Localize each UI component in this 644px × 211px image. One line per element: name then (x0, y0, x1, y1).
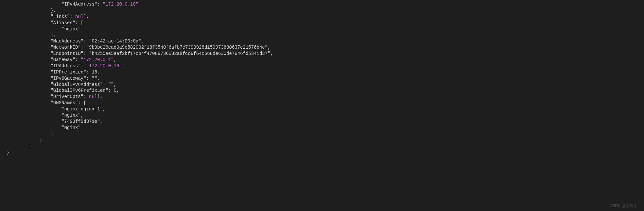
code-line: "Links": null, (7, 14, 89, 19)
code-line: "nginx", (7, 113, 83, 118)
code-line: "GlobalIPv6Address": "", (7, 82, 116, 87)
code-line: "MacAddress": "02:42:ac:14:00:0a", (7, 39, 144, 44)
code-line: "DriverOpts": null, (7, 94, 103, 99)
code-line: ], (7, 32, 56, 38)
code-line: "NetworkID": "9b9bc26ead0a9c582002f18f35… (7, 45, 270, 50)
code-line: } (7, 150, 9, 155)
code-line: "nginx" (7, 26, 81, 32)
code-line: "IPPrefixLen": 16, (7, 70, 100, 75)
code-line: "IPv4Address": "172.20.0.10" (7, 2, 138, 7)
code-line: "nginx_nginx_1", (7, 106, 105, 112)
code-line: }, (7, 8, 56, 13)
code-line: "DNSNames": [ (7, 100, 86, 106)
code-line: "EndpointID": "b4255ae5aaf2bf17cb4f47089… (7, 51, 273, 56)
code-line: } (7, 138, 42, 143)
json-code-block: "IPv4Address": "172.20.0.10" }, "Links":… (0, 0, 644, 155)
code-line: } (7, 143, 31, 149)
watermark-text: CSDN @谢尉明 (609, 203, 637, 208)
code-line: "Nginx" (7, 125, 81, 130)
code-line: ] (7, 131, 53, 137)
code-line: "IPv6Gateway": "", (7, 76, 100, 81)
code-line: "Gateway": "172.20.0.1", (7, 57, 116, 62)
code-line: "GlobalIPv6PrefixLen": 0, (7, 88, 119, 93)
code-line: "7493ff9d371e", (7, 119, 103, 124)
code-line: "IPAddress": "172.20.0.10", (7, 63, 125, 69)
code-line: "Aliases": [ (7, 20, 83, 25)
